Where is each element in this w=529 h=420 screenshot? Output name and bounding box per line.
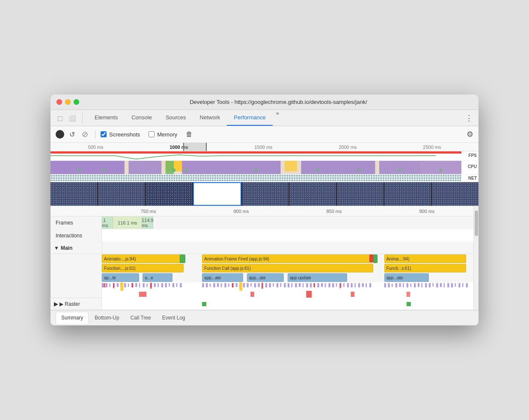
time-ruler-overview: 500 ms 1000 ms 1500 ms 2000 ms 2500 ms [51,143,478,151]
svg-rect-60 [250,283,252,287]
raster-content [102,298,473,310]
flame-func-3[interactable]: Functi...s:61) [384,264,466,272]
svg-rect-117 [455,283,456,287]
svg-rect-37 [165,283,167,287]
svg-rect-58 [243,283,245,287]
svg-rect-39 [172,283,174,287]
svg-rect-2 [128,161,161,174]
device-icon[interactable]: ⬜ [67,113,77,123]
tab-menu-button[interactable]: ⋮ [464,113,474,123]
tab-console[interactable]: Console [125,110,159,126]
svg-rect-38 [169,283,170,287]
raster-row[interactable]: ▶ ▶ Raster [51,298,473,310]
activity-label-col [51,282,102,291]
title-bar: Developer Tools - https://googlechrome.g… [51,95,478,110]
filmstrip-frame-3 [146,182,192,206]
svg-rect-74 [303,283,304,287]
detail-tick-800: 800 ms [195,209,288,214]
svg-rect-76 [310,283,312,287]
svg-rect-66 [273,283,274,287]
flame-app-1[interactable]: ap...te [102,273,139,282]
svg-rect-94 [262,283,263,289]
main-tabs: Elements Console Sources Network Perform… [88,110,464,126]
svg-rect-8 [379,161,420,174]
tab-call-tree[interactable]: Call Tree [125,312,156,323]
tab-elements[interactable]: Elements [88,110,125,126]
main-label: Main [61,245,72,251]
svg-rect-114 [444,283,445,287]
svg-rect-101 [395,283,397,287]
vertical-scrollbar[interactable] [473,206,478,310]
tab-performance[interactable]: Performance [227,110,272,126]
main-header-content [102,242,473,254]
cursor-icon[interactable]: ⬚ [55,113,65,123]
flame-func-2[interactable]: Function Call (app.js:61) [202,264,373,272]
svg-rect-83 [336,283,337,287]
flame-app-5[interactable]: app.update [288,273,347,282]
svg-rect-122 [250,292,254,297]
tab-network[interactable]: Network [193,110,227,126]
reload-icon[interactable]: ↺ [68,130,77,139]
memory-checkbox[interactable] [149,131,155,137]
minimize-button[interactable] [65,99,71,105]
flame-func-1[interactable]: Function....js:61) [102,264,184,272]
svg-rect-40 [176,283,178,287]
fps-label: FPS [469,153,477,158]
screenshots-checkbox[interactable] [101,131,107,137]
timeline-overview[interactable]: 500 ms 1000 ms 1500 ms 2000 ms 2500 ms F… [51,143,478,206]
svg-rect-30 [139,283,140,287]
svg-rect-113 [440,283,442,287]
frame-block-1: .1 ms [102,216,113,229]
memory-checkbox-group: Memory [149,131,177,138]
svg-rect-100 [392,284,393,287]
svg-rect-36 [161,283,163,287]
clear-icon[interactable]: ⊘ [80,129,90,140]
svg-rect-110 [429,283,431,287]
net-row: NET [51,175,478,182]
svg-rect-43 [113,283,114,288]
tick-2000: 2000 ms [339,145,357,150]
flame-app-6[interactable]: app...ate [384,273,429,282]
svg-rect-86 [347,283,349,287]
tab-sources[interactable]: Sources [159,110,193,126]
svg-rect-91 [366,283,367,287]
screenshots-label: Screenshots [109,131,140,138]
filmstrip-frame-6 [289,182,336,206]
svg-rect-44 [131,283,133,287]
interactions-track: Interactions [51,229,473,242]
svg-rect-52 [221,283,222,287]
flame-anim-3[interactable]: Anima...:94) [384,254,466,263]
svg-point-16 [357,169,360,172]
maximize-button[interactable] [74,99,79,105]
flame-app-3[interactable]: app...ate [202,273,243,282]
trash-icon[interactable]: 🗑 [184,130,194,139]
svg-rect-103 [403,283,404,287]
tab-summary[interactable]: Summary [56,312,89,324]
main-section-header[interactable]: ▼ Main [51,242,473,254]
flame-anim-1[interactable]: Animatio....js:94) [102,254,184,263]
svg-rect-21 [106,283,107,287]
svg-rect-9 [420,161,461,174]
scrollbar-thumb[interactable] [475,210,478,236]
flame-app-2[interactable]: a...e [143,273,172,282]
raster-text: ▶ Raster [59,301,80,307]
tab-bottom-up[interactable]: Bottom-Up [89,312,124,323]
settings-button[interactable]: ⚙ [467,130,473,139]
svg-rect-68 [280,283,282,287]
memory-label: Memory [157,131,177,138]
svg-rect-59 [247,283,249,287]
svg-rect-4 [166,161,174,174]
svg-rect-82 [332,283,334,287]
filmstrip-frame-5 [242,182,289,206]
tab-event-log[interactable]: Event Log [157,312,190,323]
flame-anim-2[interactable]: Animation Frame Fired (app.js:94) [202,254,373,263]
activity-content [102,282,473,292]
svg-rect-24 [117,283,119,287]
close-button[interactable] [56,99,62,105]
svg-rect-118 [458,283,460,287]
record-button[interactable] [56,130,64,139]
svg-rect-78 [317,283,319,287]
svg-rect-98 [384,283,386,287]
flame-app-4[interactable]: app...ate [247,273,284,282]
more-tabs-button[interactable]: » [273,110,282,126]
